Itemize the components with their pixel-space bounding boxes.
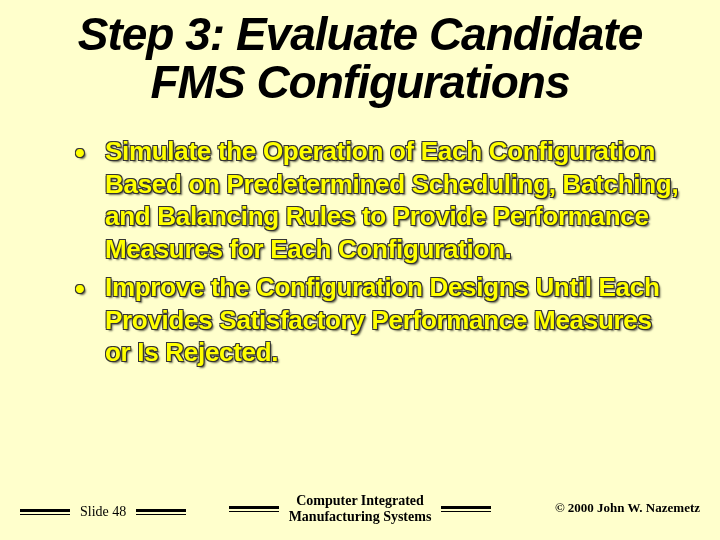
footer-center-line1: Computer Integrated [296, 493, 424, 508]
slide-footer: Slide 48 Computer Integrated Manufacturi… [20, 484, 700, 524]
bullet-item: Improve the Configuration Designs Until … [65, 271, 680, 369]
slide-title: Step 3: Evaluate Candidate FMS Configura… [0, 10, 720, 107]
footer-center-text: Computer Integrated Manufacturing System… [289, 493, 432, 524]
bullet-list: Simulate the Operation of Each Configura… [65, 135, 680, 369]
bullet-item: Simulate the Operation of Each Configura… [65, 135, 680, 265]
copyright: © 2000 John W. Nazemetz [555, 500, 700, 516]
slide-body: Simulate the Operation of Each Configura… [65, 135, 680, 375]
rule-icon [441, 506, 491, 512]
footer-center-line2: Manufacturing Systems [289, 509, 432, 524]
slide: Step 3: Evaluate Candidate FMS Configura… [0, 0, 720, 540]
rule-icon [229, 506, 279, 512]
